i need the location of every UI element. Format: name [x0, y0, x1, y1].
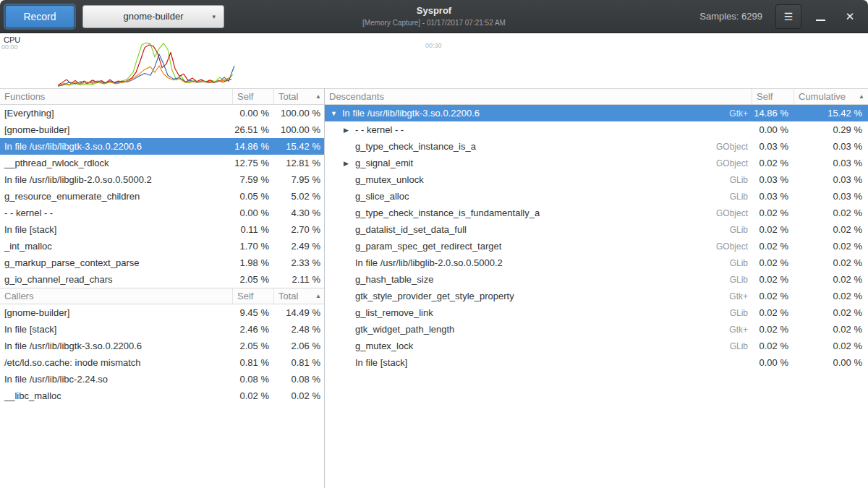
cumulative-percent: 0.29 %: [794, 124, 868, 135]
descendant-name-cell: g_mutex_lock GLib: [325, 341, 752, 351]
table-row[interactable]: In file [stack] 0.00 % 0.00 %: [325, 354, 868, 371]
minimize-button[interactable]: [808, 4, 834, 29]
descendant-name-cell: g_hash_table_size GLib: [325, 274, 752, 285]
time-tick-mid: 00:30: [425, 42, 442, 49]
table-row[interactable]: gtk_widget_path_length Gtk+ 0.02 % 0.02 …: [325, 321, 868, 338]
self-percent: 2.46 %: [233, 324, 274, 335]
self-percent: 0.02 %: [233, 390, 274, 401]
column-header-descendants[interactable]: Descendants: [325, 89, 752, 104]
chevron-down-icon: ▾: [212, 6, 216, 27]
table-row[interactable]: - - kernel - - 0.00 % 4.30 %: [0, 205, 324, 221]
capture-subtitle: [Memory Capture] - 01/17/2017 07:21:52 A…: [231, 19, 637, 27]
cumulative-percent: 0.03 %: [794, 174, 868, 185]
column-header-callers[interactable]: Callers: [0, 288, 233, 304]
library-badge: GObject: [716, 142, 752, 152]
self-percent: 26.51 %: [233, 124, 274, 135]
library-badge: GLib: [730, 341, 752, 351]
column-header-self[interactable]: Self: [233, 288, 274, 304]
table-row[interactable]: In file [stack] 2.46 % 2.48 %: [0, 321, 324, 338]
total-percent: 14.49 %: [274, 307, 324, 318]
table-row[interactable]: __libc_malloc 0.02 % 0.02 %: [0, 388, 324, 404]
table-row[interactable]: In file [stack] 0.11 % 2.70 %: [0, 221, 324, 238]
function-name: In file [stack]: [355, 357, 407, 368]
total-percent: 2.48 %: [274, 324, 324, 335]
function-name: In file /usr/lib/libgtk-3.so.0.2200.6: [0, 141, 233, 152]
table-row[interactable]: g_io_channel_read_chars 2.05 % 2.11 %: [0, 271, 324, 288]
table-row[interactable]: In file /usr/lib/libglib-2.0.so.0.5000.2…: [325, 254, 868, 271]
table-row[interactable]: [gnome-builder] 9.45 % 14.49 %: [0, 304, 324, 321]
table-row[interactable]: g_slice_alloc GLib 0.03 % 0.03 %: [325, 188, 868, 205]
self-percent: 0.02 %: [752, 324, 794, 335]
table-row[interactable]: In file /usr/lib/libgtk-3.so.0.2200.6 14…: [0, 138, 324, 155]
descendant-name-cell: ▶ - - kernel - -: [325, 124, 752, 135]
column-header-cumulative[interactable]: Cumulative ▲: [794, 89, 868, 104]
library-badge: GLib: [730, 192, 752, 202]
function-name: - - kernel - -: [355, 124, 404, 135]
table-row[interactable]: ▶ g_signal_emit GObject 0.02 % 0.03 %: [325, 155, 868, 171]
total-percent: 2.11 %: [274, 274, 324, 285]
table-row[interactable]: g_datalist_id_set_data_full GLib 0.02 % …: [325, 221, 868, 238]
expander-icon[interactable]: ▶: [344, 127, 355, 134]
column-header-self[interactable]: Self: [233, 89, 274, 104]
table-row[interactable]: _int_malloc 1.70 % 2.49 %: [0, 238, 324, 254]
table-row[interactable]: g_mutex_lock GLib 0.02 % 0.02 %: [325, 338, 868, 354]
cpu-graph[interactable]: CPU 00:00 00:30: [0, 33, 868, 88]
descendants-table: Descendants Self Cumulative ▲ ▼ In file …: [325, 88, 868, 488]
total-percent: 2.33 %: [274, 257, 324, 268]
table-row[interactable]: g_resource_enumerate_children 0.05 % 5.0…: [0, 188, 324, 205]
target-process-dropdown[interactable]: gnome-builder ▾: [82, 5, 224, 28]
library-badge: GObject: [716, 208, 752, 218]
table-row[interactable]: [gnome-builder] 26.51 % 100.00 %: [0, 121, 324, 138]
expander-icon[interactable]: ▶: [344, 160, 355, 167]
descendant-name-cell: g_slice_alloc GLib: [325, 191, 752, 202]
library-badge: GObject: [716, 241, 752, 252]
table-row[interactable]: In file /usr/lib/libc-2.24.so 0.08 % 0.0…: [0, 371, 324, 388]
self-percent: 0.03 %: [752, 141, 794, 152]
column-header-functions[interactable]: Functions: [0, 89, 233, 104]
table-row[interactable]: /etc/ld.so.cache: inode mismatch 0.81 % …: [0, 354, 324, 371]
table-row[interactable]: g_mutex_unlock GLib 0.03 % 0.03 %: [325, 171, 868, 188]
function-name: g_signal_emit: [355, 158, 413, 168]
library-badge: GLib: [730, 175, 752, 185]
function-name: g_markup_parse_context_parse: [0, 257, 233, 268]
table-row[interactable]: g_type_check_instance_is_a GObject 0.03 …: [325, 138, 868, 155]
column-header-cumulative-label: Cumulative: [799, 91, 846, 102]
function-name: g_type_check_instance_is_fundamentally_a: [355, 207, 540, 218]
table-row[interactable]: ▶ - - kernel - - 0.00 % 0.29 %: [325, 121, 868, 138]
function-name: In file /usr/lib/libglib-2.0.so.0.5000.2: [355, 257, 503, 268]
self-percent: 12.75 %: [233, 158, 274, 168]
table-row[interactable]: In file /usr/lib/libglib-2.0.so.0.5000.2…: [0, 171, 324, 188]
total-percent: 0.02 %: [274, 390, 324, 401]
table-row[interactable]: gtk_style_provider_get_style_property Gt…: [325, 288, 868, 304]
table-row[interactable]: g_type_check_instance_is_fundamentally_a…: [325, 205, 868, 221]
expander-icon[interactable]: ▼: [331, 110, 342, 117]
functions-table: Functions Self Total ▲ [Everything] 0.00…: [0, 88, 324, 288]
close-button[interactable]: ✕: [836, 4, 864, 29]
table-row[interactable]: g_param_spec_get_redirect_target GObject…: [325, 238, 868, 254]
table-row[interactable]: g_list_remove_link GLib 0.02 % 0.02 %: [325, 304, 868, 321]
table-row[interactable]: [Everything] 0.00 % 100.00 %: [0, 105, 324, 121]
self-percent: 0.11 %: [233, 224, 274, 235]
table-row[interactable]: g_hash_table_size GLib 0.02 % 0.02 %: [325, 271, 868, 288]
library-badge: GObject: [716, 158, 752, 168]
cumulative-percent: 0.02 %: [794, 341, 868, 351]
column-header-self[interactable]: Self: [752, 89, 794, 104]
total-percent: 2.70 %: [274, 224, 324, 235]
column-header-total[interactable]: Total ▲: [274, 288, 324, 304]
function-name: In file /usr/lib/libglib-2.0.so.0.5000.2: [0, 174, 233, 185]
descendant-name-cell: g_param_spec_get_redirect_target GObject: [325, 241, 752, 252]
function-name: gtk_widget_path_length: [355, 324, 454, 335]
table-row[interactable]: __pthread_rwlock_rdlock 12.75 % 12.81 %: [0, 155, 324, 171]
menu-button[interactable]: ☰: [775, 4, 801, 29]
function-name: In file /usr/lib/libgtk-3.so.0.2200.6: [342, 108, 480, 119]
table-row[interactable]: ▼ In file /usr/lib/libgtk-3.so.0.2200.6 …: [325, 105, 868, 121]
record-button[interactable]: Record: [5, 5, 75, 28]
column-header-total[interactable]: Total ▲: [274, 89, 324, 104]
descendant-name-cell: g_type_check_instance_is_a GObject: [325, 141, 752, 152]
sort-arrow-icon: ▲: [315, 93, 321, 100]
descendants-table-body: ▼ In file /usr/lib/libgtk-3.so.0.2200.6 …: [325, 105, 868, 371]
function-name: g_slice_alloc: [355, 191, 409, 202]
self-percent: 2.05 %: [233, 274, 274, 285]
table-row[interactable]: In file /usr/lib/libgtk-3.so.0.2200.6 2.…: [0, 338, 324, 354]
table-row[interactable]: g_markup_parse_context_parse 1.98 % 2.33…: [0, 254, 324, 271]
